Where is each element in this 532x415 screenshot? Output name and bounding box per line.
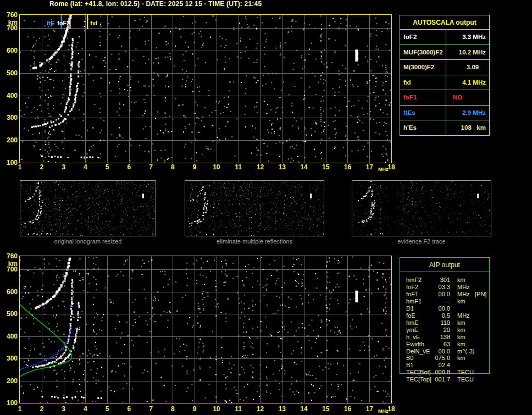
aip-table-row: h_vE138km: [400, 334, 496, 341]
y-axis-tick-label: 400: [1, 333, 18, 340]
aip-table-row: D100.0: [400, 305, 496, 312]
parameter-label: ftEs: [400, 106, 446, 120]
y-axis-tick-label: 600: [1, 47, 18, 54]
parameter-label: foF2: [406, 284, 418, 291]
y-axis-tick-label: 400: [1, 92, 18, 99]
x-axis-tick-label: 9: [193, 405, 197, 413]
parameter-unit: km: [457, 319, 465, 327]
parameter-label: h'Es: [400, 120, 446, 135]
parameter-value: 3.09: [446, 60, 489, 75]
x-axis-tick-label: 16: [344, 405, 351, 413]
x-axis-tick-label: 10: [213, 163, 220, 171]
parameter-value: 20: [426, 327, 450, 334]
parameter-label: foF1: [406, 291, 418, 298]
bottom-ionogram-plot: [19, 256, 392, 403]
top-ionogram-canvas: [20, 15, 391, 163]
x-axis-tick-label: 5: [106, 163, 109, 171]
bottom-x-axis-unit-label: MHz: [378, 408, 389, 414]
x-axis-tick-label: 4: [84, 163, 87, 171]
y-axis-tick-label: 200: [1, 137, 18, 143]
x-axis-tick-label: 13: [278, 163, 285, 171]
parameter-unit: km: [457, 327, 465, 334]
parameter-label: foE: [406, 312, 415, 319]
thumbnail-caption-eliminate: eliminate multiple reflections: [217, 238, 292, 245]
parameter-unit: MHz: [457, 312, 470, 319]
aip-table-row: hmF2301km: [400, 276, 496, 284]
thumbnail-evidence-f2: [352, 180, 491, 236]
y-axis-tick-label: 100: [1, 159, 18, 166]
parameter-unit: TECU: [457, 376, 474, 383]
autoscala-output-table: AUTOSCALA output foF23.3 MHzMUF(3000)F21…: [400, 15, 490, 136]
x-axis-tick-label: 14: [300, 405, 307, 413]
x-axis-tick-label: 7: [149, 163, 153, 171]
x-axis-tick-label: 3: [62, 163, 65, 171]
parameter-value: 0.5: [426, 312, 450, 319]
thumbnail-eliminate-reflections: [185, 180, 324, 236]
x-axis-tick-label: 8: [171, 405, 175, 413]
aip-table-row: foF203.3MHz: [400, 284, 496, 291]
parameter-unit: MHz: [457, 284, 470, 291]
parameter-value: 000.8: [426, 369, 450, 376]
autoscala-table-row: ftEs2.9 MHz: [400, 106, 489, 121]
x-axis-tick-label: 12: [257, 163, 264, 171]
parameter-value: 075.0: [426, 355, 450, 362]
x-axis-tick-label: 8: [171, 163, 175, 171]
parameter-label: foF2: [400, 30, 446, 45]
bottom-ionogram-canvas: [20, 256, 391, 403]
aip-table-row: B0075.0km: [400, 355, 496, 362]
x-axis-tick-label: 10: [213, 405, 220, 413]
autoscala-table-row: h'Es108 km: [400, 120, 489, 135]
x-axis-tick-label: 1: [18, 163, 22, 171]
x-axis-tick-label: 15: [322, 405, 329, 413]
marker-label-foF2: foF2: [57, 20, 70, 26]
parameter-unit: TECU: [457, 369, 474, 376]
x-axis-tick-label: 2: [40, 405, 43, 413]
x-axis-tick-label: 12: [257, 405, 264, 413]
aip-table-row: B102.4: [400, 362, 496, 369]
x-axis-tick-label: 13: [278, 405, 285, 413]
parameter-value: 63: [426, 341, 450, 348]
x-axis-tick-label: 15: [322, 163, 329, 171]
aip-table-row: foF100.0MHz[PN]: [400, 291, 496, 298]
aip-table-row: hmE110km: [400, 319, 496, 327]
parameter-value: 3.3 MHz: [446, 30, 489, 45]
thumbnail-eliminate-canvas: [185, 181, 324, 236]
y-axis-tick-label: 760: [1, 253, 18, 259]
top-ionogram-plot: [19, 14, 392, 163]
x-axis-tick-label: 17: [366, 405, 373, 413]
parameter-label: M(3000)F2: [400, 60, 446, 75]
parameter-value: 4.1 MHz: [446, 75, 489, 90]
aip-table-row: foE0.5MHz: [400, 312, 496, 319]
aip-table-row: DelN_vE00.0m^(-3): [400, 348, 496, 355]
autoscala-table-title: AUTOSCALA output: [400, 15, 489, 30]
autoscala-table-row: foF23.3 MHz: [400, 30, 489, 45]
parameter-label: B0: [406, 355, 413, 362]
x-axis-tick-label: 14: [300, 163, 307, 171]
parameter-unit: km: [457, 334, 465, 341]
parameter-unit: MHz: [457, 291, 470, 298]
parameter-label: hmF1: [406, 298, 422, 305]
parameter-label: fxI: [400, 75, 446, 90]
parameter-label: foF1: [400, 90, 446, 105]
marker-label-ftE: ftE: [47, 20, 55, 26]
y-axis-tick-label: 500: [1, 311, 18, 317]
x-axis-tick-label: 2: [40, 163, 43, 171]
autoscala-table-row: foF1NO: [400, 90, 489, 106]
parameter-label: ymE: [406, 327, 418, 334]
parameter-unit: km: [457, 298, 465, 305]
y-axis-tick-label: 100: [1, 400, 18, 406]
y-axis-tick-label: 700: [1, 25, 18, 31]
parameter-value: ---: [426, 298, 450, 305]
autoscala-table-rows: foF23.3 MHzMUF(3000)F210.2 MHzM(3000)F23…: [400, 30, 489, 135]
parameter-unit: km: [457, 355, 465, 362]
x-axis-tick-label: 5: [106, 405, 109, 413]
parameter-unit: km: [457, 276, 465, 284]
parameter-value: 02.4: [426, 362, 450, 369]
aip-table-row: ymE20km: [400, 327, 496, 334]
autoscala-table-row: M(3000)F23.09: [400, 60, 489, 75]
parameter-value: 110: [426, 319, 450, 327]
x-axis-tick-label: 16: [344, 163, 351, 171]
x-axis-tick-label: 17: [366, 163, 373, 171]
x-axis-tick-label: 7: [149, 405, 153, 413]
parameter-unit: km: [457, 341, 465, 348]
